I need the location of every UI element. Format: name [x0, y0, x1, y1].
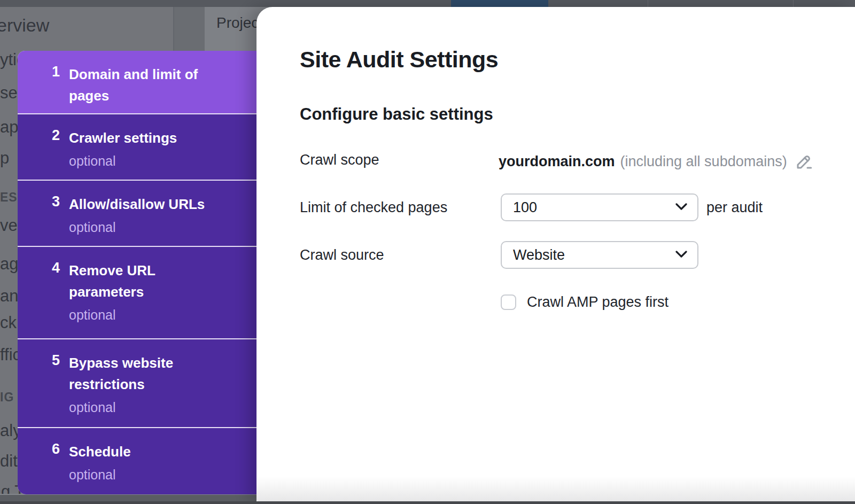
wizard-steps-panel: 1 Domain and limit of pages 2 Crawler se…	[18, 51, 256, 494]
crawl-source-label: Crawl source	[300, 247, 384, 263]
step-title: Remove URL parameters	[69, 260, 224, 303]
crawl-amp-checkbox-row[interactable]: Crawl AMP pages first	[501, 294, 669, 311]
dimmed-bottom-edge	[0, 501, 855, 504]
step-item-crawler-settings[interactable]: 2 Crawler settings optional	[18, 114, 256, 180]
crawl-scope-value-row: yourdomain.com (including all subdomains…	[499, 152, 814, 171]
bg-text-fragment: p	[0, 149, 9, 168]
crawl-scope-domain: yourdomain.com	[499, 153, 615, 170]
section-title: Configure basic settings	[300, 105, 493, 124]
edit-pencil-icon[interactable]	[795, 152, 814, 171]
limit-of-pages-selected-value: 100	[513, 199, 675, 216]
dimmed-top-nav	[0, 0, 855, 7]
crawl-amp-checkbox[interactable]	[501, 294, 516, 310]
bg-text-fragment: ap	[0, 118, 18, 137]
step-title: Schedule	[69, 441, 224, 462]
bg-text-fragment: erview	[0, 15, 49, 36]
site-audit-settings-modal: Site Audit Settings Configure basic sett…	[256, 7, 855, 501]
crawl-scope-label: Crawl scope	[300, 152, 379, 168]
step-number: 5	[52, 352, 60, 369]
step-optional-note: optional	[69, 467, 224, 483]
step-item-remove-url-parameters[interactable]: 4 Remove URL parameters optional	[18, 247, 256, 338]
bg-text-fragment: ck	[0, 313, 17, 332]
modal-title: Site Audit Settings	[300, 46, 498, 73]
limit-of-pages-select[interactable]: 100	[501, 193, 698, 221]
modal-bottom-scroll-fade	[256, 477, 855, 501]
step-optional-note: optional	[69, 399, 224, 415]
bg-text-fragment: dit	[0, 452, 18, 471]
step-title: Bypass website restrictions	[69, 352, 224, 395]
step-number: 3	[52, 193, 60, 210]
step-title: Crawler settings	[69, 127, 224, 149]
step-optional-note: optional	[69, 307, 224, 323]
step-optional-note: optional	[69, 153, 224, 169]
step-number: 2	[52, 127, 60, 144]
step-item-allow-disallow-urls[interactable]: 3 Allow/disallow URLs optional	[18, 181, 256, 246]
limit-of-checked-pages-label: Limit of checked pages	[300, 199, 447, 216]
chevron-down-icon	[675, 203, 688, 213]
crawl-source-selected-value: Website	[513, 247, 675, 263]
step-item-bypass-website-restrictions[interactable]: 5 Bypass website restrictions optional	[18, 339, 256, 427]
step-number: 1	[52, 64, 60, 80]
crawl-scope-subdomains-note: (including all subdomains)	[620, 153, 787, 170]
step-item-schedule[interactable]: 6 Schedule optional	[18, 428, 256, 494]
top-nav-separator	[793, 0, 794, 7]
step-title: Allow/disallow URLs	[69, 193, 224, 215]
step-number: 4	[52, 260, 60, 276]
bg-text-fragment: IG	[0, 390, 14, 405]
step-item-domain-and-limit[interactable]: 1 Domain and limit of pages	[18, 51, 256, 113]
screen: RESEARCH erview ytic sea ap p ESE ver ag…	[0, 0, 855, 504]
crawl-amp-label: Crawl AMP pages first	[527, 294, 669, 311]
step-optional-note: optional	[69, 219, 224, 235]
step-number: 6	[52, 441, 60, 458]
per-audit-suffix: per audit	[706, 199, 763, 216]
crawl-source-select[interactable]: Website	[501, 241, 698, 269]
step-title: Domain and limit of pages	[69, 64, 224, 106]
projects-tab-label: Projec	[216, 14, 259, 32]
dimmed-top-nav-active-item	[451, 0, 548, 7]
top-nav-separator	[648, 0, 648, 7]
chevron-down-icon	[675, 250, 688, 260]
